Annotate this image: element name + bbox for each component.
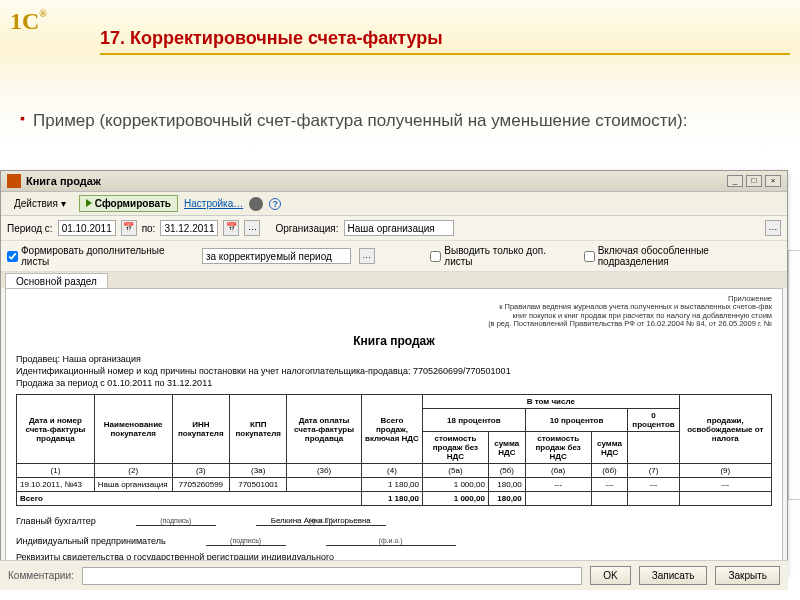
window-icon — [7, 174, 21, 188]
period-from-label: Период с: — [7, 223, 53, 234]
comment-label: Комментарии: — [8, 570, 74, 581]
period-to-label: по: — [142, 223, 156, 234]
bullet-marker: ▪ — [20, 110, 25, 127]
window-close-button[interactable]: × — [765, 175, 781, 187]
comment-field[interactable] — [82, 567, 583, 585]
table-row-total: Всего 1 180,00 1 000,00 180,00 — [17, 492, 772, 506]
window-title: Книга продаж — [26, 175, 722, 187]
help-icon[interactable]: ? — [269, 198, 281, 210]
period-from-input[interactable] — [58, 220, 116, 236]
actions-menu[interactable]: Действия ▾ — [7, 195, 73, 212]
report-area: Приложение к Правилам ведения журналов у… — [5, 288, 783, 571]
table-row: 19.10.2011, №43 Наша организация 7705260… — [17, 478, 772, 492]
period-line: Продажа за период с 01.10.2011 по 31.12.… — [16, 378, 772, 388]
bottom-bar: Комментарии: OK Записать Закрыть — [0, 560, 788, 590]
signature-row-ip: Индивидуальный предприниматель (подпись)… — [16, 536, 772, 546]
window-max-button[interactable]: □ — [746, 175, 762, 187]
signature-row-chief: Главный бухгалтер (подпись) Белкина Анна… — [16, 516, 772, 526]
period-dots-button[interactable]: … — [244, 220, 260, 236]
sales-book-window: Книга продаж _ □ × Действия ▾ Сформирова… — [0, 170, 788, 576]
seller-line: Продавец: Наша организация — [16, 354, 772, 364]
inn-line: Идентификационный номер и код причины по… — [16, 366, 772, 376]
window-min-button[interactable]: _ — [727, 175, 743, 187]
sales-table: Дата и номер счета-фактуры продавца Наим… — [16, 394, 772, 506]
bullet-text: Пример (корректировочный счет-фактура по… — [33, 110, 688, 132]
extra-mode-dots[interactable]: … — [359, 248, 375, 264]
extra-sheets-checkbox[interactable]: Формировать дополнительные листы — [7, 245, 194, 267]
org-label: Организация: — [275, 223, 338, 234]
gear-icon[interactable] — [249, 197, 263, 211]
filter-row-2: Формировать дополнительные листы … Вывод… — [1, 241, 787, 272]
slide-background: 1С® 17. Корректировочные счета-фактуры ▪… — [0, 0, 800, 600]
bullet-row: ▪ Пример (корректировочный счет-фактура … — [20, 110, 770, 132]
logo-1c: 1С® — [10, 8, 47, 35]
play-icon — [86, 198, 92, 209]
slide-title: 17. Корректировочные счета-фактуры — [100, 28, 790, 49]
col-index-row: (1)(2) (3)(3а) (3б)(4) (5а)(5б) (6а)(6б)… — [17, 464, 772, 478]
settings-link[interactable]: Настройка… — [184, 198, 243, 209]
generate-button[interactable]: Сформировать — [79, 195, 178, 212]
window-titlebar: Книга продаж _ □ × — [1, 171, 787, 192]
extra-mode-input[interactable] — [202, 248, 351, 264]
title-bar: 17. Корректировочные счета-фактуры — [100, 28, 790, 55]
report-regulation-note: Приложение к Правилам ведения журналов у… — [16, 295, 772, 328]
report-title: Книга продаж — [16, 334, 772, 348]
period-to-input[interactable] — [160, 220, 218, 236]
background-fragment — [788, 250, 800, 500]
ok-button[interactable]: OK — [590, 566, 630, 585]
close-button[interactable]: Закрыть — [715, 566, 780, 585]
org-input[interactable] — [344, 220, 454, 236]
window-controls: _ □ × — [727, 175, 781, 187]
date-from-picker[interactable]: 📅 — [121, 220, 137, 236]
tab-row: Основной раздел — [1, 272, 787, 288]
save-button[interactable]: Записать — [639, 566, 708, 585]
org-dots-button[interactable]: … — [765, 220, 781, 236]
date-to-picker[interactable]: 📅 — [223, 220, 239, 236]
subdiv-checkbox[interactable]: Включая обособленные подразделения — [584, 245, 781, 267]
tab-main-section[interactable]: Основной раздел — [5, 273, 108, 289]
filter-row: Период с: 📅 по: 📅 … Организация: … — [1, 216, 787, 241]
only-extra-checkbox[interactable]: Выводить только доп. листы — [430, 245, 575, 267]
toolbar: Действия ▾ Сформировать Настройка… ? — [1, 192, 787, 216]
